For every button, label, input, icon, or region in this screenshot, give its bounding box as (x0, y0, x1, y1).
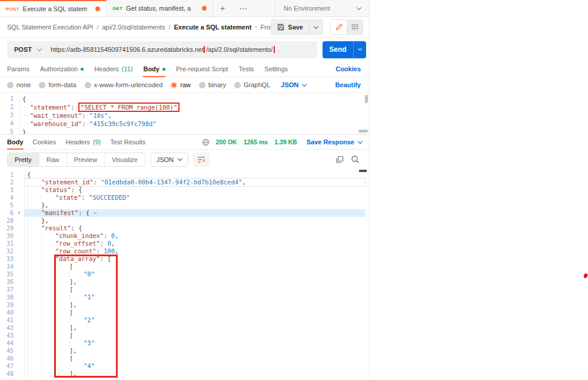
response-tab-test-results[interactable]: Test Results (110, 135, 145, 149)
code-line: 41"2" (0, 316, 369, 324)
save-options-button[interactable] (309, 20, 323, 34)
breadcrumb-folder[interactable]: api/2.0/sql/statements (102, 24, 165, 31)
body-type-row: noneform-datax-www-form-urlencodedrawbin… (0, 77, 369, 92)
code-content: { (25, 171, 366, 179)
response-tab-body[interactable]: Body (7, 135, 24, 149)
body-type-graphql[interactable]: GraphQL (234, 81, 270, 88)
code-content: ··"statement":·"SELECT * FROM range(100)… (20, 103, 366, 111)
save-button[interactable]: Save (271, 19, 323, 35)
view-mode-pretty[interactable]: Pretty (8, 153, 39, 166)
code-line: 43[ (0, 332, 369, 339)
line-number: 5 (0, 128, 16, 135)
code-line: 5}, (0, 201, 369, 209)
tab-headers[interactable]: Headers(11) (94, 61, 132, 77)
gutter (16, 270, 25, 278)
request-editor-vscrollbar[interactable] (365, 95, 368, 103)
view-mode-raw[interactable]: Raw (39, 153, 67, 166)
response-scrollbar-thumb[interactable] (359, 170, 367, 172)
save-response-label: Save Response (307, 138, 354, 146)
code-line: 2"statement_id": "01edbda0-00b4-1347-94f… (0, 179, 369, 186)
code-line: 2··"statement":·"SELECT * FROM range(100… (0, 103, 369, 111)
beautify-link[interactable]: Beautify (335, 81, 361, 88)
line-number: 47 (0, 362, 16, 370)
code-line: 4"state": "SUCCEEDED" (0, 194, 369, 201)
line-number: 33 (0, 255, 16, 263)
gutter (16, 217, 25, 224)
code-content: "0" (25, 270, 366, 278)
gutter (16, 194, 25, 201)
tab-label: Body (143, 65, 160, 72)
response-body-viewer[interactable]: 1{2"statement_id": "01edbda0-00b4-1347-9… (0, 169, 369, 378)
edit-mode-button[interactable] (331, 20, 347, 34)
request-body-editor[interactable]: 1{2··"statement":·"SELECT * FROM range(1… (0, 92, 369, 135)
code-line: 35"0" (0, 270, 369, 278)
view-mode-visualize[interactable]: Visualize (104, 153, 145, 166)
tab-pre-request-script[interactable]: Pre-request Script (176, 61, 228, 77)
tab-tests[interactable]: Tests (239, 61, 254, 77)
raw-format-select[interactable]: JSON (281, 81, 306, 88)
tab-body[interactable]: Body (143, 61, 165, 77)
response-view-toolbar: PrettyRawPreviewVisualize JSON (0, 150, 369, 169)
body-type-binary[interactable]: binary (199, 81, 226, 88)
comments-button[interactable] (347, 20, 363, 34)
radio-label: none (16, 81, 31, 88)
pencil-icon (335, 24, 343, 31)
body-type-form-data[interactable]: form-data (39, 81, 76, 88)
tab-label: Headers (94, 65, 119, 72)
code-line: 45], (0, 347, 369, 355)
body-type-x-www-form-urlencoded[interactable]: x-www-form-urlencoded (85, 81, 163, 88)
code-line: 3"status": { (0, 186, 369, 194)
url-row: POST https://adb-8581154509741506.6.azur… (0, 38, 369, 61)
breadcrumb-collection[interactable]: SQL Statement Execution API (7, 24, 93, 31)
response-format-select[interactable]: JSON (150, 153, 188, 167)
tab-title: Get status, manifest, a (126, 5, 198, 12)
gutter (16, 316, 25, 324)
code-content: [ (25, 309, 366, 316)
send-button[interactable]: Send (323, 41, 366, 58)
tab-label: Test Results (110, 138, 145, 146)
code-content: ], (25, 370, 366, 378)
code-content: "data_array": [ (25, 255, 366, 263)
response-tab-headers[interactable]: Headers(9) (65, 135, 101, 149)
code-content: { (20, 95, 366, 103)
code-content: ], (25, 324, 366, 332)
gutter (16, 232, 25, 240)
response-header: BodyCookiesHeaders(9)Test Results 200 OK… (0, 135, 369, 150)
send-options-button[interactable] (353, 41, 366, 58)
search-response-button[interactable] (350, 155, 361, 164)
code-line: 40[ (0, 309, 369, 316)
tab-settings[interactable]: Settings (264, 61, 288, 77)
environment-selector[interactable]: No Environment (275, 0, 369, 16)
fold-arrow-icon[interactable]: › (16, 209, 25, 217)
body-type-none[interactable]: none (7, 81, 31, 88)
tab-authorization[interactable]: Authorization (40, 61, 84, 77)
tab-params[interactable]: Params (7, 61, 29, 77)
new-tab-button[interactable]: + (213, 0, 232, 16)
postman-window: POSTExecute a SQL statemGETGet status, m… (0, 0, 370, 378)
workspace-tab-execute-a-sql-statem[interactable]: POSTExecute a SQL statem (0, 0, 107, 16)
gutter (16, 240, 25, 247)
tab-options-button[interactable]: ⋯ (232, 0, 254, 16)
configured-dot-icon (162, 68, 165, 71)
environment-name: No Environment (284, 5, 330, 12)
code-line: 47"4" (0, 362, 369, 370)
view-mode-preview[interactable]: Preview (67, 153, 104, 166)
copy-response-button[interactable] (334, 156, 345, 164)
response-tab-cookies[interactable]: Cookies (33, 135, 57, 149)
method-badge: GET (112, 6, 122, 11)
workspace-tab-get-status-manifest-a[interactable]: GETGet status, manifest, a (107, 0, 213, 16)
save-response-button[interactable]: Save Response (307, 138, 362, 146)
cookies-link[interactable]: Cookies (335, 65, 361, 72)
url-input[interactable]: https://adb-8581154509741506.6.azuredata… (48, 46, 317, 53)
code-content: "status": { (25, 186, 366, 194)
line-number: 31 (0, 240, 16, 247)
method-select[interactable]: POST (7, 46, 48, 53)
request-editor-hscrollbar[interactable] (358, 130, 368, 133)
code-line: 44"3" (0, 339, 369, 347)
wrap-lines-icon (197, 156, 205, 163)
wrap-lines-button[interactable] (193, 153, 210, 167)
body-type-raw[interactable]: raw (171, 81, 191, 88)
request-title[interactable]: Execute a SQL statement (174, 24, 251, 31)
annotation-red-mark (583, 273, 588, 279)
radio-icon (234, 82, 241, 88)
